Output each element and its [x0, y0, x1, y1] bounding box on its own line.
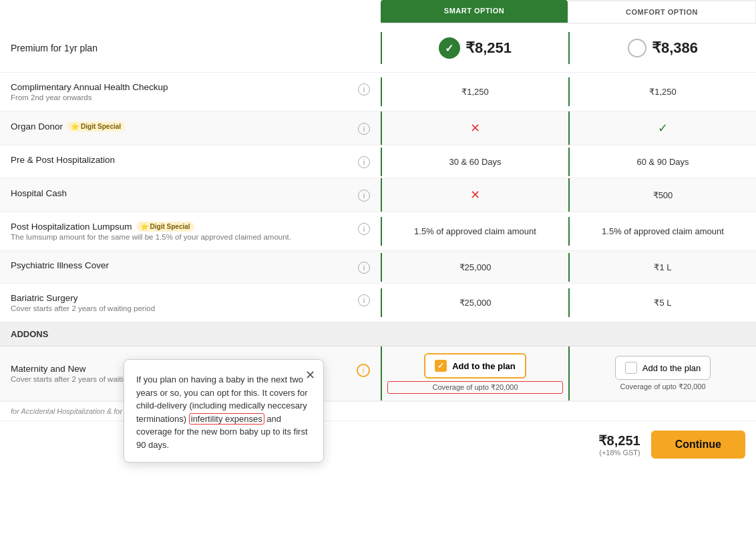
organ-donor-comfort: ✓ [570, 111, 756, 145]
psychiatric-info-icon[interactable]: i [358, 262, 370, 274]
bariatric-info-icon[interactable]: i [358, 294, 370, 306]
hospital-cash-row: Hospital Cash i ✕ ₹500 [0, 178, 756, 212]
premium-smart-amount: ₹8,251 [465, 39, 512, 57]
psychiatric-text: Psychiatric Illness Cover [11, 260, 353, 270]
post-hosp-lumpsum-label: Post Hospitalization Lumpsum ⭐ Digit Spe… [0, 212, 381, 250]
comfort-option-header: COMFORT OPTION [568, 0, 756, 23]
maternity-comfort-addon: Add to the plan Coverage of upto ₹20,000 [570, 349, 756, 398]
organ-donor-text: Organ Donor ⭐ Digit Special [11, 121, 353, 131]
comfort-unselected-icon [628, 39, 646, 57]
pre-post-hosp-label: Pre & Post Hospitalization i [0, 146, 381, 178]
health-checkup-smart: ₹1,250 [381, 77, 570, 106]
premium-label: Premium for 1yr plan [0, 43, 381, 53]
health-checkup-row: Complimentary Annual Health Checkup From… [0, 73, 756, 111]
post-hosp-lumpsum-smart: 1.5% of approved claim amount [381, 217, 570, 246]
organ-donor-digit-special-badge: ⭐ Digit Special [67, 121, 125, 131]
organ-donor-smart: ✕ [381, 111, 570, 145]
health-checkup-info-icon[interactable]: i [358, 83, 370, 95]
organ-donor-smart-cross-icon: ✕ [470, 121, 480, 135]
organ-donor-info-icon[interactable]: i [358, 123, 370, 135]
bariatric-text: Bariatric Surgery Cover starts after 2 y… [11, 293, 353, 312]
psychiatric-comfort: ₹1 L [570, 253, 756, 282]
pre-post-hosp-smart: 30 & 60 Days [381, 148, 570, 176]
psychiatric-row: Psychiatric Illness Cover i ₹25,000 ₹1 L [0, 251, 756, 284]
hospital-cash-text: Hospital Cash [11, 188, 353, 198]
pre-post-hosp-comfort: 60 & 90 Days [570, 148, 756, 176]
premium-smart-value: ✓ ₹8,251 [381, 32, 570, 64]
footer-price: ₹8,251 (+18% GST) [598, 433, 640, 457]
pre-post-hosp-info-icon[interactable]: i [358, 156, 370, 168]
maternity-smart-add-button[interactable]: ✓ Add to the plan [424, 353, 526, 378]
hospital-cash-label: Hospital Cash i [0, 179, 381, 211]
smart-selected-icon: ✓ [439, 37, 460, 59]
bariatric-comfort: ₹5 L [570, 288, 756, 317]
psychiatric-label: Psychiatric Illness Cover i [0, 251, 381, 283]
bariatric-row: Bariatric Surgery Cover starts after 2 y… [0, 284, 756, 322]
smart-option-label: SMART OPTION [444, 7, 504, 15]
post-hosp-lumpsum-text: Post Hospitalization Lumpsum ⭐ Digit Spe… [11, 222, 353, 241]
pre-post-hosp-main: Pre & Post Hospitalization [11, 155, 353, 165]
post-hosp-lumpsum-row: Post Hospitalization Lumpsum ⭐ Digit Spe… [0, 212, 756, 251]
hospital-cash-main: Hospital Cash [11, 188, 353, 198]
footer-gst: (+18% GST) [598, 449, 640, 457]
bariatric-sub: Cover starts after 2 years of waiting pe… [11, 304, 353, 312]
hospital-cash-smart: ✕ [381, 178, 570, 212]
premium-comfort-value: ₹8,386 [570, 33, 756, 63]
tooltip-infertility-highlight: infertility expenses [189, 413, 264, 425]
post-hosp-lumpsum-main: Post Hospitalization Lumpsum ⭐ Digit Spe… [11, 222, 353, 232]
maternity-comfort-checkbox [625, 362, 637, 374]
addons-header: ADDONS [0, 322, 756, 346]
smart-option-header: SMART OPTION [381, 0, 568, 23]
organ-donor-label: Organ Donor ⭐ Digit Special i [0, 112, 381, 144]
health-checkup-sub: From 2nd year onwards [11, 93, 353, 101]
hospital-cash-smart-cross-icon: ✕ [470, 188, 480, 202]
maternity-smart-coverage: Coverage of upto ₹20,000 [387, 381, 563, 394]
psychiatric-main: Psychiatric Illness Cover [11, 260, 353, 270]
bariatric-label: Bariatric Surgery Cover starts after 2 y… [0, 284, 381, 322]
footer-amount: ₹8,251 [598, 433, 640, 449]
post-hosp-lumpsum-info-icon[interactable]: i [358, 223, 370, 235]
tooltip-close-button[interactable]: ✕ [305, 366, 315, 384]
health-checkup-text: Complimentary Annual Health Checkup From… [11, 82, 353, 101]
page-wrapper: SMART OPTION COMFORT OPTION Premium for … [0, 0, 756, 534]
organ-donor-comfort-check-icon: ✓ [658, 121, 668, 135]
premium-row: Premium for 1yr plan ✓ ₹8,251 ₹8,386 [0, 24, 756, 73]
organ-donor-main: Organ Donor ⭐ Digit Special [11, 121, 353, 131]
continue-button[interactable]: Continue [651, 431, 745, 459]
health-checkup-comfort: ₹1,250 [570, 77, 756, 106]
maternity-comfort-add-button[interactable]: Add to the plan [615, 356, 711, 380]
comfort-option-label: COMFORT OPTION [626, 8, 698, 16]
maternity-smart-addon: ✓ Add to the plan Coverage of upto ₹20,0… [381, 346, 570, 400]
health-checkup-main: Complimentary Annual Health Checkup [11, 82, 353, 92]
maternity-info-icon[interactable]: i [357, 364, 370, 377]
psychiatric-smart: ₹25,000 [381, 253, 570, 282]
hospital-cash-info-icon[interactable]: i [358, 190, 370, 202]
lumpsum-digit-special-badge: ⭐ Digit Special [136, 222, 194, 232]
bariatric-smart: ₹25,000 [381, 288, 570, 317]
pre-post-hosp-row: Pre & Post Hospitalization i 30 & 60 Day… [0, 146, 756, 178]
hospital-cash-comfort: ₹500 [570, 181, 756, 210]
maternity-comfort-coverage: Coverage of upto ₹20,000 [575, 382, 751, 391]
footer-bar: ₹8,251 (+18% GST) Continue [0, 421, 756, 468]
table-header: SMART OPTION COMFORT OPTION [381, 0, 756, 24]
pre-post-hosp-text: Pre & Post Hospitalization [11, 155, 353, 165]
premium-comfort-amount: ₹8,386 [652, 39, 698, 57]
post-hosp-lumpsum-sub: The lumsump amount for the same will be … [11, 233, 353, 241]
health-checkup-label: Complimentary Annual Health Checkup From… [0, 73, 381, 111]
bariatric-main: Bariatric Surgery [11, 293, 353, 303]
organ-donor-row: Organ Donor ⭐ Digit Special i ✕ ✓ [0, 111, 756, 146]
maternity-smart-checkbox: ✓ [435, 360, 447, 372]
post-hosp-lumpsum-comfort: 1.5% of approved claim amount [570, 217, 756, 246]
footer-note: for Accidental Hospitalization & for cov… [0, 401, 756, 421]
maternity-row: Maternity and New Cover starts after 2 y… [0, 346, 756, 401]
tooltip-popup: ✕ If you plan on having a baby in the ne… [124, 359, 324, 463]
